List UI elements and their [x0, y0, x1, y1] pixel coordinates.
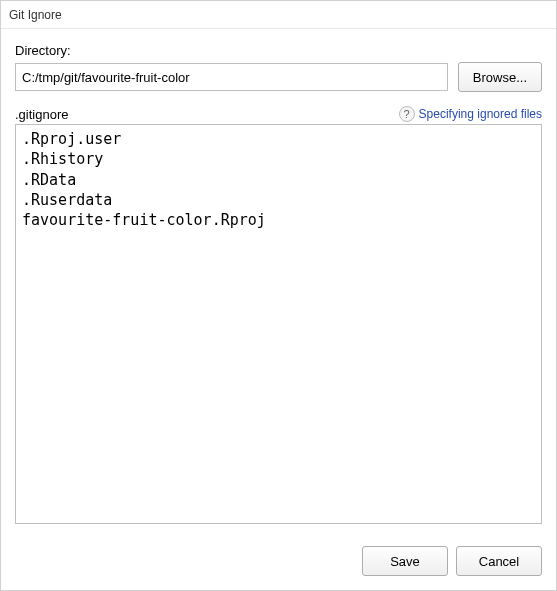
- browse-button[interactable]: Browse...: [458, 62, 542, 92]
- gitignore-editor[interactable]: [15, 124, 542, 524]
- help-link-specifying-ignored-files[interactable]: Specifying ignored files: [419, 107, 542, 121]
- gitignore-label: .gitignore: [15, 107, 68, 122]
- directory-row: Browse...: [15, 62, 542, 92]
- titlebar: Git Ignore: [1, 1, 556, 29]
- save-button[interactable]: Save: [362, 546, 448, 576]
- gitignore-header: .gitignore ? Specifying ignored files: [15, 106, 542, 122]
- button-bar: Save Cancel: [1, 534, 556, 590]
- git-ignore-dialog: Git Ignore Directory: Browse... .gitigno…: [0, 0, 557, 591]
- help-icon[interactable]: ?: [399, 106, 415, 122]
- cancel-button[interactable]: Cancel: [456, 546, 542, 576]
- help-section: ? Specifying ignored files: [399, 106, 542, 122]
- dialog-content: Directory: Browse... .gitignore ? Specif…: [1, 29, 556, 534]
- dialog-title: Git Ignore: [9, 8, 62, 22]
- directory-input[interactable]: [15, 63, 448, 91]
- directory-label: Directory:: [15, 43, 542, 58]
